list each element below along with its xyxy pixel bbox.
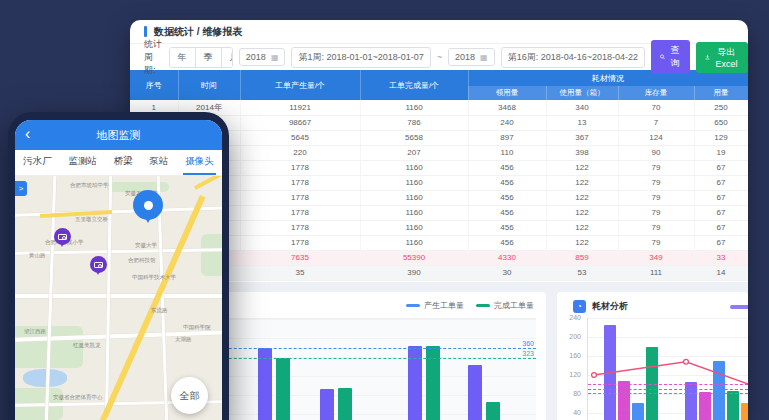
table-cell: 859 bbox=[546, 250, 618, 265]
show-all-button[interactable]: 全部 bbox=[171, 377, 208, 414]
table-cell: 5645 bbox=[240, 130, 360, 145]
period-option-month[interactable]: 月 bbox=[222, 48, 233, 67]
table-cell: 122 bbox=[546, 220, 618, 235]
bar-完成工单量 bbox=[276, 358, 290, 420]
table-cell: 786 bbox=[360, 115, 468, 130]
table-cell: 1160 bbox=[360, 160, 468, 175]
start-year-select[interactable]: 2018 ▦ bbox=[239, 48, 286, 66]
table-cell: 456 bbox=[468, 175, 546, 190]
table-cell: 220 bbox=[240, 145, 360, 160]
tab-camera[interactable]: 摄像头 bbox=[183, 150, 216, 175]
y-tick-label: 200 bbox=[559, 333, 581, 340]
end-year-value: 2018 bbox=[455, 52, 475, 62]
filter-bar: 统计周期: 年 季 月 周 日 2018 ▦ 第1周: 2018-01-01~2… bbox=[130, 44, 748, 70]
table-cell: 79 bbox=[618, 220, 694, 235]
y-tick-label: 80 bbox=[559, 390, 581, 397]
bar-产生工单量 bbox=[320, 389, 334, 420]
table-cell: 98667 bbox=[240, 115, 360, 130]
map-poi-label: 红星美凯龙 bbox=[73, 342, 101, 349]
reference-line bbox=[588, 393, 748, 394]
tab-sewage-plant[interactable]: 污水厂 bbox=[21, 150, 54, 175]
th-sub-2: 库存量 bbox=[618, 86, 694, 100]
th-sub-0: 领用量 bbox=[468, 86, 546, 100]
table-cell: 456 bbox=[468, 235, 546, 250]
y-tick-label: 40 bbox=[559, 409, 581, 416]
expand-chip[interactable]: > bbox=[15, 181, 27, 196]
table-cell: 122 bbox=[546, 235, 618, 250]
table-cell: 122 bbox=[546, 175, 618, 190]
phone-page-title: 地图监测 bbox=[97, 128, 141, 143]
table-cell: 110 bbox=[468, 145, 546, 160]
tab-pump-station[interactable]: 泵站 bbox=[147, 150, 170, 175]
camera-marker[interactable] bbox=[54, 228, 71, 245]
table-cell: 79 bbox=[618, 205, 694, 220]
table-cell: 3468 bbox=[468, 100, 546, 115]
table-cell: 456 bbox=[468, 205, 546, 220]
th-sub-3: 用量 bbox=[694, 86, 748, 100]
bar bbox=[727, 391, 739, 420]
legend-dash-icon bbox=[476, 304, 490, 307]
legend-dash-icon bbox=[730, 305, 748, 309]
bar bbox=[604, 325, 616, 420]
table-cell: 79 bbox=[618, 160, 694, 175]
selected-location-marker[interactable] bbox=[133, 190, 163, 220]
map-poi-label: 安徽省合肥体育中心 bbox=[53, 394, 103, 401]
period-option-year[interactable]: 年 bbox=[170, 48, 196, 67]
table-cell: 30 bbox=[468, 265, 546, 280]
table-cell: 11921 bbox=[240, 100, 360, 115]
y-tick-label: 120 bbox=[559, 371, 581, 378]
map-poi-label: 安徽大学 bbox=[135, 242, 157, 249]
table-cell: 1160 bbox=[360, 205, 468, 220]
th-created: 工单产生量/个 bbox=[240, 70, 360, 100]
table-cell: 67 bbox=[694, 190, 748, 205]
export-excel-button[interactable]: 导出Excel bbox=[696, 42, 748, 73]
table-cell: 35 bbox=[240, 265, 360, 280]
period-option-quarter[interactable]: 季 bbox=[196, 48, 222, 67]
reference-line-label: 360 bbox=[522, 340, 534, 347]
phone-header: ‹ 地图监测 bbox=[15, 120, 222, 150]
table-cell: 67 bbox=[694, 220, 748, 235]
export-button-label: 导出Excel bbox=[714, 46, 739, 69]
start-year-value: 2018 bbox=[246, 52, 266, 62]
park-area bbox=[201, 234, 222, 276]
y-tick-label: 240 bbox=[559, 314, 581, 321]
th-time: 时间 bbox=[178, 70, 240, 100]
range-separator: ~ bbox=[437, 52, 442, 62]
table-cell: 1160 bbox=[360, 190, 468, 205]
table-cell: 5658 bbox=[360, 130, 468, 145]
consumables-chart-title: 耗材分析 bbox=[592, 300, 628, 313]
query-button-label: 查询 bbox=[669, 44, 681, 70]
table-cell: 367 bbox=[546, 130, 618, 145]
table-cell: 67 bbox=[694, 205, 748, 220]
tab-monitor-station[interactable]: 监测站 bbox=[67, 150, 100, 175]
camera-icon bbox=[94, 262, 103, 268]
table-cell: 19 bbox=[694, 145, 748, 160]
table-cell: 897 bbox=[468, 130, 546, 145]
road bbox=[15, 248, 222, 255]
consumables-chart-plot bbox=[587, 318, 748, 420]
breadcrumb: 数据统计 / 维修报表 bbox=[154, 25, 242, 39]
th-done: 工单完成量/个 bbox=[360, 70, 468, 100]
table-cell: 1778 bbox=[240, 160, 360, 175]
calendar-icon: ▦ bbox=[480, 53, 488, 62]
phone-screen: ‹ 地图监测 污水厂 监测站 桥梁 泵站 摄像头 bbox=[15, 120, 222, 420]
tab-bridge[interactable]: 桥梁 bbox=[112, 150, 135, 175]
query-button[interactable]: 查询 bbox=[651, 40, 690, 74]
bar-完成工单量 bbox=[486, 402, 500, 420]
camera-marker[interactable] bbox=[90, 256, 107, 273]
accent-bar bbox=[144, 26, 147, 37]
bar bbox=[699, 392, 711, 420]
table-cell: 1778 bbox=[240, 175, 360, 190]
bar bbox=[713, 361, 725, 420]
end-week-select[interactable]: 第16周: 2018-04-16~2018-04-22 bbox=[501, 47, 645, 68]
th-sub-1: 使用量（箱） bbox=[546, 86, 618, 100]
end-year-select[interactable]: 2018 ▦ bbox=[448, 48, 495, 66]
table-cell: 1778 bbox=[240, 205, 360, 220]
table-cell: 79 bbox=[618, 190, 694, 205]
bar-完成工单量 bbox=[338, 388, 352, 420]
back-chevron-icon[interactable]: ‹ bbox=[25, 124, 30, 144]
legend-item-created: 产生工单量 bbox=[406, 300, 464, 311]
map-view[interactable]: > 全部 合肥市琥珀中学安徽农业大学五里墩立交桥合肥市宁溪小学安徽大学合肥科技馆… bbox=[15, 176, 222, 420]
start-week-select[interactable]: 第1周: 2018-01-01~2018-01-07 bbox=[291, 47, 430, 68]
table-cell: 1160 bbox=[360, 100, 468, 115]
